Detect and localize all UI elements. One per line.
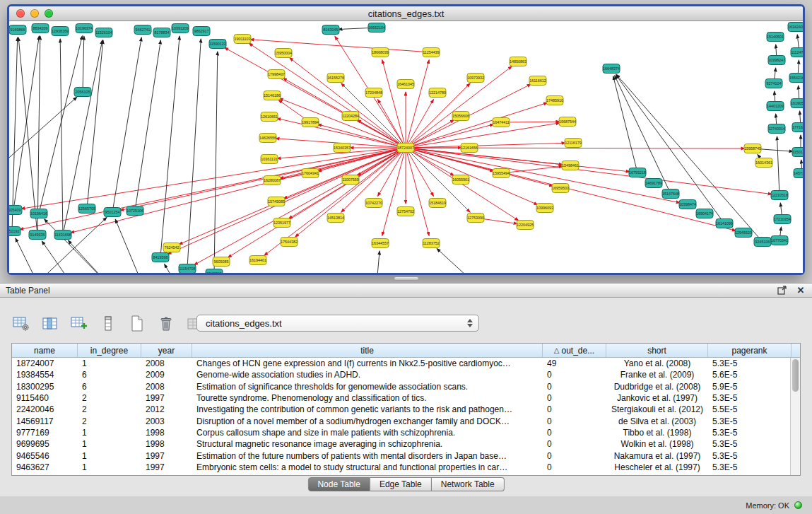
network-edge[interactable] — [165, 264, 177, 274]
network-node[interactable]: 12204284 — [342, 112, 359, 121]
network-edge[interactable] — [160, 36, 180, 255]
network-node[interactable]: 10973932 — [467, 74, 484, 83]
network-node[interactable]: 17204848 — [365, 88, 382, 98]
column-header-year[interactable]: year — [141, 344, 192, 357]
table-cell-name[interactable]: 9463627 — [12, 462, 78, 472]
tab-network-table[interactable]: Network Table — [432, 477, 505, 491]
network-edge[interactable] — [45, 219, 107, 273]
table-cell-pagerank[interactable]: 5.3E-5 — [708, 393, 792, 403]
network-node[interactable]: 16141099 — [716, 219, 733, 228]
close-panel-icon[interactable]: ✕ — [795, 285, 806, 296]
table-cell-title[interactable]: Genome-wide association studies in ADHD. — [192, 370, 543, 380]
table-cell-title[interactable]: Estimation of the future numbers of pati… — [192, 451, 543, 461]
network-node[interactable]: 14571024 — [794, 169, 803, 178]
delete-table-icon[interactable] — [156, 314, 176, 334]
new-table-icon[interactable] — [127, 314, 147, 334]
table-cell-short[interactable]: de Silva et al. (2003) — [606, 416, 708, 426]
network-node[interactable]: 11154708 — [179, 264, 196, 274]
network-node[interactable]: 11254439 — [423, 48, 440, 57]
network-node[interactable]: 12610651 — [261, 112, 278, 122]
network-node[interactable]: 8178834 — [153, 28, 170, 37]
network-edge[interactable] — [290, 58, 404, 146]
network-edge[interactable] — [613, 76, 637, 170]
network-node[interactable]: 10725106 — [126, 206, 143, 216]
table-cell-title[interactable]: Investigating the contribution of common… — [192, 404, 543, 414]
table-row[interactable]: 977716911998Corpus callosum shape and si… — [12, 427, 800, 438]
network-node[interactable]: 16155276 — [327, 74, 344, 83]
network-node[interactable]: 12161656 — [461, 144, 478, 153]
column-header-out_de[interactable]: △out_de... — [543, 344, 606, 357]
network-node[interactable]: 9274104 — [765, 79, 782, 88]
network-edge[interactable] — [42, 241, 71, 273]
network-edge[interactable] — [37, 36, 40, 232]
network-node[interactable]: 15950004 — [275, 49, 292, 58]
network-edge[interactable] — [115, 219, 142, 273]
network-node[interactable]: 12204925 — [517, 221, 534, 230]
network-node[interactable]: 17485910 — [546, 96, 563, 105]
table-cell-in_degree[interactable]: 6 — [78, 382, 141, 392]
network-edge[interactable] — [408, 66, 512, 146]
network-edge[interactable] — [777, 136, 779, 192]
table-cell-name[interactable]: 18300295 — [12, 382, 78, 392]
table-cell-pagerank[interactable]: 5.5E-5 — [708, 404, 792, 414]
table-cell-in_degree[interactable]: 1 — [78, 439, 141, 449]
table-cell-pagerank[interactable]: 5.3E-5 — [708, 462, 792, 472]
table-cell-in_degree[interactable]: 1 — [78, 462, 141, 472]
table-cell-out_de[interactable]: 49 — [543, 358, 606, 368]
network-edge[interactable] — [504, 166, 563, 173]
network-node[interactable]: 16190547 — [791, 99, 803, 108]
edit-columns-icon[interactable] — [69, 314, 89, 334]
network-node[interactable]: 11283752 — [423, 239, 440, 248]
table-cell-in_degree[interactable]: 1 — [78, 358, 141, 368]
table-cell-name[interactable]: 18724007 — [12, 358, 78, 368]
table-cell-title[interactable]: Disruption of a novel member of a sodium… — [192, 416, 543, 426]
network-node[interactable]: 10398247 — [768, 56, 785, 65]
table-cell-year[interactable]: 1997 — [141, 462, 192, 472]
network-edge[interactable] — [71, 148, 403, 233]
network-node[interactable]: 12754702 — [397, 207, 414, 216]
column-header-in_degree[interactable]: in_degree — [78, 344, 141, 357]
table-cell-short[interactable]: Dudbridge et al. (2008) — [606, 382, 708, 392]
table-cell-in_degree[interactable]: 1 — [78, 451, 141, 461]
table-row[interactable]: 1830029562008Estimation of significance … — [12, 381, 800, 392]
table-cell-year[interactable]: 1998 — [141, 428, 192, 438]
network-node[interactable]: 16055901 — [452, 175, 469, 185]
table-cell-title[interactable]: Estimation of significance thresholds fo… — [192, 382, 543, 392]
table-cell-out_de[interactable]: 0 — [543, 428, 606, 438]
table-cell-year[interactable]: 1997 — [141, 451, 192, 461]
table-cell-out_de[interactable]: 0 — [543, 382, 606, 392]
network-node[interactable]: 16280087 — [264, 176, 281, 185]
network-edge[interactable] — [799, 86, 799, 100]
table-mode-icon[interactable] — [11, 314, 31, 334]
table-cell-pagerank[interactable]: 5.6E-5 — [708, 370, 792, 380]
table-row[interactable]: 911546021997Tourette syndrome. Phenomeno… — [12, 392, 800, 404]
table-cell-name[interactable]: 22420046 — [12, 404, 78, 414]
table-cell-year[interactable]: 2009 — [141, 370, 192, 380]
table-cell-year[interactable]: 1998 — [141, 439, 192, 449]
tab-node-table[interactable]: Node Table — [307, 477, 370, 491]
network-node[interactable]: 15140501 — [767, 33, 784, 42]
show-columns-icon[interactable] — [40, 314, 60, 334]
network-canvas[interactable]: 1872400716461045122147891505660612161656… — [9, 21, 803, 273]
network-node[interactable]: 12214789 — [429, 88, 446, 98]
network-edge[interactable] — [113, 37, 142, 209]
table-cell-short[interactable]: Stergiakouli et al. (2012) — [606, 404, 708, 414]
table-cell-pagerank[interactable]: 5.9E-5 — [708, 382, 792, 392]
table-cell-year[interactable]: 2003 — [141, 416, 192, 426]
network-node[interactable]: 18668039 — [372, 48, 389, 57]
network-node[interactable]: 8163045 — [322, 25, 339, 35]
table-cell-out_de[interactable]: 0 — [543, 404, 606, 414]
network-edge[interactable] — [136, 40, 161, 208]
network-edge[interactable] — [408, 148, 772, 194]
network-edge[interactable] — [87, 40, 102, 206]
table-row[interactable]: 946554611997Estimation of the future num… — [12, 450, 800, 461]
table-row[interactable]: 1456911722003Disruption of a novel membe… — [12, 415, 800, 426]
scrollbar-thumb[interactable] — [792, 359, 799, 392]
network-node[interactable]: 9605085 — [213, 257, 230, 267]
network-node[interactable]: 15498461 — [562, 161, 579, 170]
network-edge[interactable] — [377, 251, 379, 273]
table-cell-short[interactable]: Nakamura et al. (1997) — [606, 451, 708, 461]
network-node[interactable]: 12753090 — [467, 214, 484, 223]
table-cell-title[interactable]: Corpus callosum shape and size in male p… — [192, 428, 543, 438]
network-edge[interactable] — [616, 74, 760, 240]
